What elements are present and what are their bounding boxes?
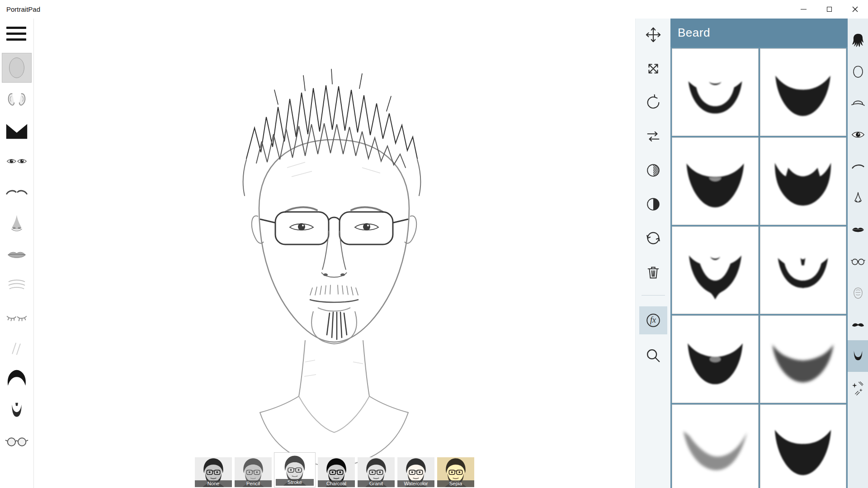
beard-thumbnail [766,145,840,218]
beard-thumbnail [679,234,752,307]
eyes-category-icon [850,127,866,142]
eyelashes-icon [4,304,30,330]
hamburger-menu-icon[interactable] [6,27,26,41]
beard-category-icon [850,348,866,364]
beard-style-8[interactable] [760,315,847,403]
beard-style-2[interactable] [760,48,847,136]
feature-sidebar [0,19,34,488]
category-hat[interactable] [848,87,868,119]
zoom-button[interactable] [641,343,666,368]
sidebar-item-hair[interactable] [2,365,31,394]
beard-thumbnail [766,323,840,396]
category-eyebrows[interactable] [848,150,868,182]
toolbar-divider [642,295,665,296]
beard-grid [670,47,848,488]
filter-label: Sepia [437,480,474,487]
move-icon [645,26,662,43]
flip-button[interactable] [641,124,666,149]
sidebar-item-eyebrows[interactable] [2,178,31,207]
beard-style-6[interactable] [760,226,847,314]
effects-category-icon [850,380,866,395]
shading-icon [4,335,30,361]
filter-label: Pencil [235,480,272,487]
beard-style-9[interactable] [672,404,759,488]
reset-button[interactable] [641,225,666,251]
lips-icon [4,242,30,268]
beard-style-5[interactable] [672,226,759,314]
filter-label: None [195,480,232,487]
sidebar-item-goatee[interactable] [2,396,31,425]
category-beard[interactable] [848,340,868,372]
sidebar-item-nose[interactable] [2,209,31,238]
filter-pencil[interactable]: Pencil [235,457,272,487]
beard-panel: Beard [670,19,848,488]
contrast-button[interactable] [641,192,666,217]
effects-label: fx [650,315,656,325]
beard-style-3[interactable] [672,137,759,225]
flip-icon [645,128,662,145]
lips-category-icon [850,222,866,237]
delete-icon [645,263,662,281]
filter-granit[interactable]: Granit [358,457,395,487]
rotate-button[interactable] [641,90,666,115]
close-button[interactable] [842,0,868,19]
texture-button[interactable] [641,158,666,183]
window-controls [791,0,868,19]
beard-thumbnail [679,56,752,129]
minimize-button[interactable] [791,0,816,19]
panel-title: Beard [670,19,848,47]
style-filter-bar: None Pencil Stroke Charcoal Granit Water… [195,453,474,487]
filter-charcoal[interactable]: Charcoal [318,457,355,487]
filter-none[interactable]: None [195,457,232,487]
beard-style-7[interactable] [672,315,759,403]
glasses-category-icon [850,253,866,269]
category-bar [848,19,868,488]
close-icon [852,6,858,12]
portrait-canvas[interactable]: None Pencil Stroke Charcoal Granit Water… [34,19,635,488]
beard-thumbnail [679,145,752,218]
move-button[interactable] [641,22,666,47]
category-face[interactable] [848,56,868,87]
reset-icon [645,230,662,247]
edit-toolbar: fx [635,19,670,488]
hat-category-icon [850,95,866,111]
category-eyes[interactable] [848,119,868,150]
category-lips[interactable] [848,214,868,245]
filter-label: Stroke [276,479,314,486]
maximize-button[interactable] [816,0,842,19]
contrast-icon [645,196,662,213]
sidebar-item-face-shape[interactable] [2,53,31,82]
maximize-icon [827,7,832,12]
sidebar-item-eyes[interactable] [2,147,31,176]
hair-icon [4,366,30,393]
delete-button[interactable] [641,259,666,285]
category-effects[interactable] [848,372,868,404]
category-wrinkles[interactable] [848,277,868,309]
sidebar-item-glasses[interactable] [2,427,31,456]
resize-button[interactable] [641,56,666,81]
category-glasses[interactable] [848,245,868,277]
beard-style-10[interactable] [760,404,847,488]
filter-stroke[interactable]: Stroke [274,453,315,487]
minimize-icon [801,9,807,9]
filter-sepia[interactable]: Sepia [437,457,474,487]
category-nose[interactable] [848,182,868,214]
category-mustache[interactable] [848,309,868,340]
app-title: PortraitPad [6,0,40,19]
eyes-icon [4,148,30,174]
sidebar-item-eyelashes[interactable] [2,303,31,332]
sidebar-item-shading[interactable] [2,334,31,363]
sidebar-item-lips[interactable] [2,240,31,269]
beard-style-4[interactable] [760,137,847,225]
beard-style-1[interactable] [672,48,759,136]
effects-button[interactable]: fx [639,306,667,334]
texture-icon [645,162,662,179]
wrinkles-category-icon [850,285,866,300]
category-hair[interactable] [848,24,868,56]
ears-icon [4,86,30,112]
filter-watercolor[interactable]: Watercolor [397,457,434,487]
sidebar-item-ears[interactable] [2,84,31,113]
sidebar-item-wrinkles[interactable] [2,272,31,300]
sidebar-item-torso[interactable] [2,116,31,145]
mustache-category-icon [850,317,866,332]
